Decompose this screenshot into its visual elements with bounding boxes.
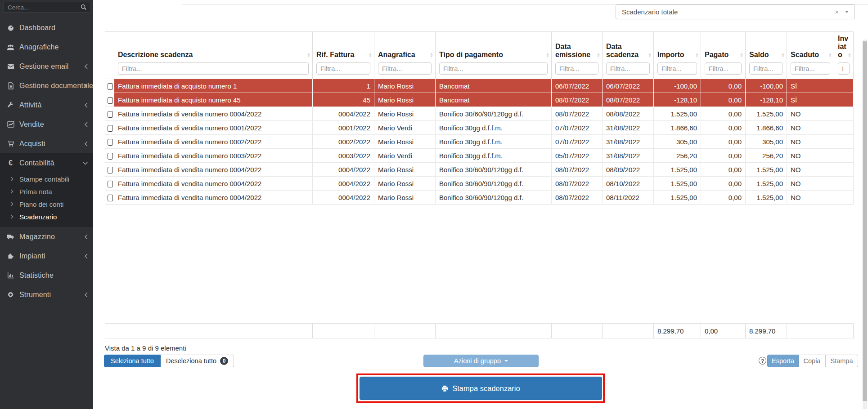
column-header-inviato[interactable]: Inviato▲▼ — [834, 32, 854, 79]
sidebar-item-label: Strumenti — [19, 291, 51, 299]
sidebar-item-gestione-email[interactable]: Gestione email — [0, 57, 93, 76]
table-row[interactable]: Fattura immediata di vendita numero 0001… — [105, 121, 854, 135]
sort-icon: ▲▼ — [848, 53, 851, 58]
column-header-data-scadenza[interactable]: Data scadenza▲▼ — [603, 32, 654, 79]
sidebar-item-statistiche[interactable]: Statistiche — [0, 266, 93, 285]
sidebar-item-attivita[interactable]: Attività — [0, 95, 93, 115]
cell-scadenza: 31/08/2022 — [603, 149, 654, 163]
export-button-group: Esporta Copia Stampa — [767, 355, 858, 367]
magnifier-icon[interactable] — [81, 4, 87, 10]
sidebar-item-impianti[interactable]: Impianti — [0, 246, 93, 266]
cell-desc: Fattura immediata di vendita numero 0003… — [114, 149, 313, 163]
sidebar-item-acquisti[interactable]: Acquisti — [0, 134, 93, 153]
sidebar-item-contabilita[interactable]: €Contabilità — [0, 153, 93, 173]
table-row[interactable]: Fattura immediata di vendita numero 0004… — [105, 107, 854, 121]
table-row[interactable]: Fattura immediata di vendita numero 0002… — [105, 135, 854, 149]
column-header-pagato[interactable]: Pagato▲▼ — [701, 32, 746, 79]
sort-icon: ▲▼ — [369, 53, 372, 58]
table-row[interactable]: Fattura immediata di vendita numero 0003… — [105, 149, 854, 163]
help-icon[interactable]: ? — [759, 357, 766, 365]
filter-input-tipo-di-pagamento[interactable] — [439, 62, 548, 75]
sidebar-group-contabilita: €ContabilitàStampe contabiliPrima notaPi… — [0, 153, 93, 227]
footer-cell-desc — [114, 324, 313, 338]
row-checkbox[interactable] — [108, 111, 113, 118]
filter-input-data-scadenza[interactable] — [606, 62, 650, 75]
filter-input-scaduto[interactable] — [791, 62, 830, 75]
select-column-header — [105, 32, 114, 79]
cell-rif: 45 — [313, 93, 374, 107]
filter-input-inviato[interactable] — [838, 62, 850, 75]
column-header-rif-fattura[interactable]: Rif. Fattura▲▼ — [313, 32, 374, 79]
sidebar-item-strumenti[interactable]: Strumenti — [0, 285, 93, 304]
sort-icon: ▲▼ — [740, 53, 743, 58]
row-checkbox[interactable] — [108, 195, 113, 201]
cell-importo: -128,10 — [654, 93, 701, 107]
sidebar-item-magazzino[interactable]: Magazzino — [0, 227, 93, 246]
gear-icon — [6, 291, 15, 298]
table-row[interactable]: Fattura immediata di acquisto numero 11M… — [105, 79, 854, 93]
row-checkbox[interactable] — [108, 125, 113, 132]
row-checkbox[interactable] — [108, 139, 113, 146]
row-checkbox[interactable] — [108, 153, 113, 160]
row-checkbox[interactable] — [108, 181, 113, 187]
chevron-down-icon — [82, 161, 88, 165]
filter-input-saldo[interactable] — [749, 62, 783, 75]
filter-input-data-emissione[interactable] — [555, 62, 598, 75]
sidebar-subitem-stampe-contabili[interactable]: Stampe contabili — [0, 173, 93, 185]
table-row[interactable]: Fattura immediata di vendita numero 0004… — [105, 191, 854, 204]
filter-input-pagato[interactable] — [705, 62, 742, 75]
column-header-tipo-di-pagamento[interactable]: Tipo di pagamento▲▼ — [436, 32, 552, 79]
cell-emissione: 08/07/2022 — [552, 191, 603, 204]
cell-scadenza: 08/11/2022 — [603, 191, 654, 204]
column-header-scaduto[interactable]: Scaduto▲▼ — [787, 32, 834, 79]
footer-cell-anagrafica — [374, 324, 436, 338]
sidebar-subitem-scadenzario[interactable]: Scadenzario — [0, 210, 93, 223]
deselect-all-button[interactable]: Deseleziona tutto 0 — [161, 355, 234, 367]
sidebar-item-dashboard[interactable]: Dashboard — [0, 18, 93, 37]
select-all-button[interactable]: Seleziona tutto — [104, 355, 161, 367]
copy-button[interactable]: Copia — [799, 355, 826, 367]
filter-input-descrizione-scadenza[interactable] — [118, 62, 309, 75]
print-button[interactable]: Stampa — [826, 355, 858, 367]
cell-scaduto: NO — [787, 177, 834, 191]
sort-icon: ▲▼ — [781, 53, 785, 58]
export-button[interactable]: Esporta — [767, 355, 799, 367]
sidebar-item-label: Magazzino — [19, 233, 55, 241]
sidebar-item-vendite[interactable]: Vendite — [0, 115, 93, 134]
column-header-importo[interactable]: Importo▲▼ — [654, 32, 701, 79]
column-header-label: Data emissione — [555, 43, 598, 59]
table-row[interactable]: Fattura immediata di acquisto numero 454… — [105, 93, 854, 107]
scrollbar-thumb[interactable] — [863, 41, 867, 401]
row-checkbox[interactable] — [108, 167, 113, 173]
table-row[interactable]: Fattura immediata di vendita numero 0004… — [105, 163, 854, 177]
cell-scadenza: 06/07/2022 — [603, 79, 654, 93]
vertical-scrollbar[interactable] — [863, 40, 867, 409]
column-header-anagrafica[interactable]: Anagrafica▲▼ — [374, 32, 436, 79]
cell-emissione: 07/07/2022 — [552, 135, 603, 149]
table-row[interactable]: Fattura immediata di vendita numero 0004… — [105, 177, 854, 191]
sidebar-item-gestione-documentale[interactable]: Gestione documentale — [0, 76, 93, 95]
sidebar-item-anagrafiche[interactable]: Anagrafiche — [0, 37, 93, 57]
filter-input-anagrafica[interactable] — [378, 62, 432, 75]
print-schedule-label: Stampa scadenzario — [452, 384, 520, 393]
print-schedule-button[interactable]: Stampa scadenzario — [360, 377, 602, 400]
row-checkbox[interactable] — [108, 97, 113, 104]
column-header-data-emissione[interactable]: Data emissione▲▼ — [552, 32, 603, 79]
cell-anagrafica: Mario Rossi — [374, 135, 436, 149]
view-select[interactable]: Scadenzario totale × — [616, 4, 855, 19]
cell-scadenza: 08/09/2022 — [603, 163, 654, 177]
filter-input-rif-fattura[interactable] — [316, 62, 370, 75]
sidebar-subitem-prima-nota[interactable]: Prima nota — [0, 185, 93, 198]
column-header-saldo[interactable]: Saldo▲▼ — [746, 32, 787, 79]
sidebar-subitem-piano-dei-conti[interactable]: Piano dei conti — [0, 198, 93, 210]
search-input[interactable] — [3, 2, 90, 13]
row-checkbox[interactable] — [108, 83, 113, 90]
clear-icon[interactable]: × — [835, 9, 839, 15]
cell-rif: 0004/2022 — [313, 163, 374, 177]
group-actions-button[interactable]: Azioni di gruppo — [423, 355, 539, 367]
filter-input-importo[interactable] — [657, 62, 697, 75]
cell-tipo: Bonifico 30gg d.f.f.m. — [436, 121, 552, 135]
column-header-descrizione-scadenza[interactable]: Descrizione scadenza▲▼ — [114, 32, 313, 79]
cell-emissione: 05/07/2022 — [552, 149, 603, 163]
cell-desc: Fattura immediata di vendita numero 0001… — [114, 121, 313, 135]
